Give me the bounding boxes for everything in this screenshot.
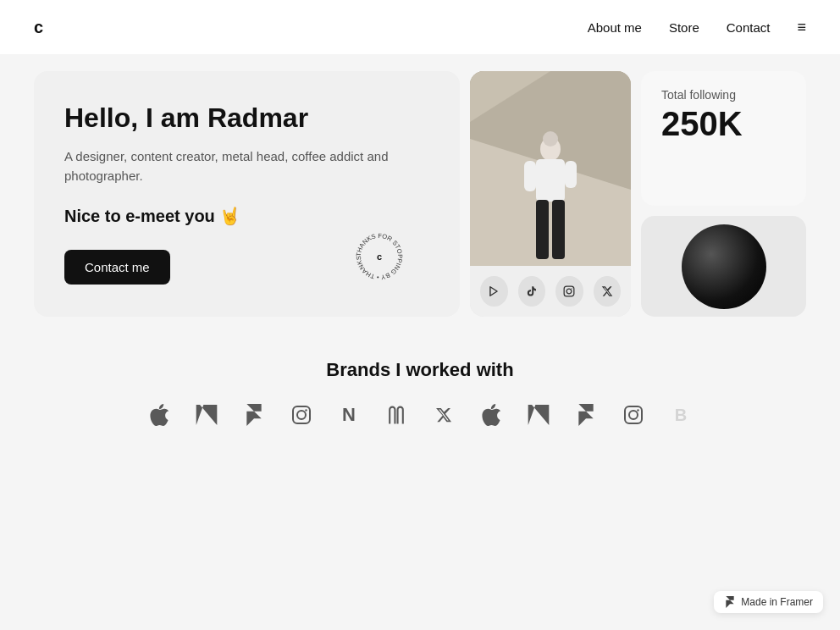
brand-mcdonalds-icon — [383, 401, 410, 428]
stats-number: 250K — [661, 105, 786, 142]
brand-instagram2-icon — [620, 401, 647, 428]
svg-rect-10 — [536, 200, 549, 259]
photo-area — [470, 71, 631, 266]
svg-point-15 — [572, 288, 572, 289]
brands-title: Brands I worked with — [34, 359, 806, 381]
brand-notion-icon: N — [335, 401, 362, 428]
nav-links: About me Store Contact ≡ — [588, 19, 806, 36]
brand-adobe-icon — [193, 401, 220, 428]
svg-point-17 — [297, 411, 306, 419]
social-icons-bar — [470, 266, 631, 317]
svg-text:c: c — [377, 251, 382, 262]
nav-contact[interactable]: Contact — [727, 20, 771, 35]
tiktok-icon-btn[interactable] — [518, 276, 546, 307]
profile-photo-card — [470, 71, 631, 317]
svg-rect-7 — [536, 159, 565, 202]
contact-me-button[interactable]: Contact me — [64, 250, 170, 285]
svg-point-20 — [629, 411, 638, 419]
hero-intro-card: Hello, I am Radmar A designer, content c… — [34, 71, 460, 317]
brand-twitter-icon — [430, 401, 457, 428]
stats-label: Total following — [661, 88, 786, 102]
stats-card: Total following 250K — [641, 71, 806, 206]
nav-about-me[interactable]: About me — [588, 20, 642, 35]
brand-apple-icon — [146, 401, 173, 428]
nav-store[interactable]: Store — [669, 20, 699, 35]
svg-rect-8 — [524, 161, 536, 191]
twitter-icon-btn[interactable] — [594, 276, 622, 307]
navigation: c About me Store Contact ≡ — [0, 0, 840, 54]
brand-adobe2-icon — [525, 401, 552, 428]
dark-circle-card — [641, 216, 806, 317]
dark-circle-decoration — [682, 224, 766, 309]
framer-badge[interactable]: Made in Framer — [714, 591, 823, 613]
logo[interactable]: c — [34, 18, 42, 37]
hamburger-icon[interactable]: ≡ — [797, 19, 806, 36]
framer-badge-label: Made in Framer — [741, 596, 813, 608]
svg-rect-9 — [565, 161, 577, 188]
brands-row: N — [34, 401, 806, 428]
svg-rect-16 — [293, 406, 310, 423]
hero-subtitle: A designer, content creator, metal head,… — [64, 147, 429, 185]
instagram-icon-btn[interactable] — [555, 276, 583, 307]
youtube-icon-btn[interactable] — [480, 276, 508, 307]
svg-rect-19 — [625, 406, 642, 423]
brands-section: Brands I worked with — [0, 342, 840, 462]
svg-point-21 — [637, 409, 638, 411]
svg-marker-12 — [490, 287, 497, 296]
hero-heading: Hello, I am Radmar — [64, 102, 429, 134]
svg-rect-13 — [564, 286, 574, 296]
circular-badge: THANKS FOR STOPPING BY • THANKS FOR STOP… — [350, 227, 409, 286]
hero-section: Hello, I am Radmar A designer, content c… — [0, 54, 840, 342]
right-cards-column: Total following 250K — [641, 71, 806, 317]
brand-framer-icon — [240, 401, 268, 428]
svg-rect-11 — [552, 200, 565, 259]
brand-framer2-icon — [572, 401, 600, 428]
brand-unknown-icon: B — [667, 401, 694, 428]
svg-point-6 — [543, 131, 558, 146]
brand-instagram-icon — [288, 401, 315, 428]
svg-point-18 — [305, 409, 307, 411]
brand-apple2-icon — [478, 401, 505, 428]
svg-point-14 — [566, 289, 572, 294]
hero-greeting: Nice to e-meet you 🤘 — [64, 206, 429, 226]
